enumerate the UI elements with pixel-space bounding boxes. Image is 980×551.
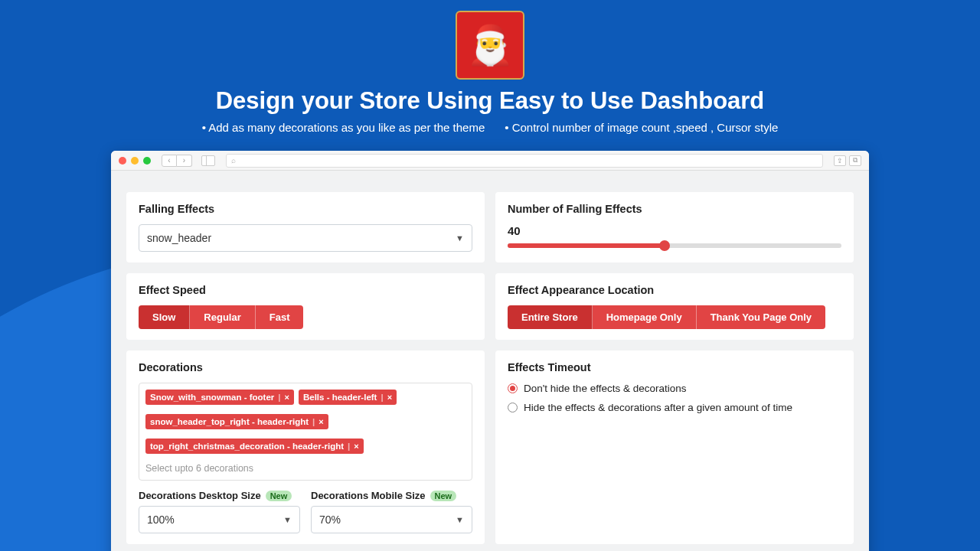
- radio-icon: [508, 383, 518, 393]
- new-badge: New: [266, 491, 292, 501]
- app-logo: 🎅: [456, 11, 524, 80]
- decoration-tag: top_right_christmas_decoration - header-…: [145, 439, 364, 454]
- url-bar[interactable]: ⌕: [226, 154, 823, 168]
- close-icon[interactable]: [119, 157, 126, 165]
- card-title: Decorations: [139, 361, 472, 373]
- minimize-icon[interactable]: [131, 157, 139, 165]
- card-title: Falling Effects: [139, 203, 472, 215]
- share-icon[interactable]: ⇪: [834, 155, 846, 166]
- remove-tag-icon[interactable]: ×: [285, 393, 289, 402]
- card-number-effects: Number of Falling Effects 40: [495, 192, 854, 262]
- decorations-tag-input[interactable]: Snow_with_snowman - footer|× Bells - hea…: [139, 383, 472, 481]
- mobile-size-label: Decorations Mobile Size: [311, 490, 426, 501]
- decoration-tag: Bells - header-left|×: [299, 390, 397, 405]
- mobile-size-select[interactable]: 70%▼: [311, 506, 472, 533]
- card-title: Effects Timeout: [508, 361, 841, 373]
- desktop-size-select[interactable]: 100%▼: [139, 506, 300, 533]
- remove-tag-icon[interactable]: ×: [318, 417, 323, 426]
- effects-count-slider[interactable]: [508, 243, 841, 248]
- hero-bullet: Add as many decorations as you like as p…: [202, 121, 485, 134]
- number-value: 40: [508, 224, 841, 237]
- slider-thumb[interactable]: [659, 240, 670, 251]
- card-effect-location: Effect Appearance Location Entire Store …: [495, 273, 854, 340]
- new-badge: New: [430, 491, 457, 501]
- speed-fast[interactable]: Fast: [256, 305, 304, 329]
- search-icon: ⌕: [231, 156, 236, 165]
- location-thankyou[interactable]: Thank You Page Only: [697, 305, 825, 329]
- tabs-icon[interactable]: ⧉: [849, 155, 861, 166]
- card-effect-speed: Effect Speed Slow Regular Fast: [126, 273, 485, 340]
- hero-bullet: Control number of image count ,speed , C…: [505, 121, 778, 134]
- remove-tag-icon[interactable]: ×: [354, 442, 358, 451]
- sidebar-toggle-icon[interactable]: [201, 155, 215, 166]
- browser-chrome: ‹ › ⌕ ⇪ ⧉: [111, 151, 869, 171]
- falling-effects-select[interactable]: snow_header ▼: [139, 224, 472, 252]
- card-falling-effects: Falling Effects snow_header ▼: [126, 192, 485, 262]
- card-title: Effect Appearance Location: [508, 284, 841, 296]
- remove-tag-icon[interactable]: ×: [387, 393, 392, 402]
- speed-regular[interactable]: Regular: [190, 305, 255, 329]
- tag-placeholder: Select upto 6 decorations: [145, 463, 253, 474]
- chevron-down-icon: ▼: [456, 515, 464, 524]
- chevron-down-icon: ▼: [283, 515, 292, 524]
- card-title: Number of Falling Effects: [508, 203, 841, 215]
- maximize-icon[interactable]: [143, 157, 151, 165]
- timeout-option-dont-hide[interactable]: Don't hide the effects & decorations: [508, 383, 841, 394]
- page-title: Design your Store Using Easy to Use Dash…: [0, 87, 980, 115]
- decoration-tag: snow_header_top_right - header-right|×: [145, 414, 328, 429]
- chevron-down-icon: ▼: [456, 233, 464, 243]
- speed-slow[interactable]: Slow: [139, 305, 190, 329]
- forward-button[interactable]: ›: [177, 155, 192, 167]
- location-homepage[interactable]: Homepage Only: [593, 305, 697, 329]
- timeout-option-hide-after[interactable]: Hide the effects & decorations after a g…: [508, 402, 841, 413]
- card-title: Effect Speed: [139, 284, 472, 296]
- radio-icon: [508, 403, 518, 412]
- card-decorations: Decorations Snow_with_snowman - footer|×…: [126, 350, 485, 544]
- card-effects-timeout: Effects Timeout Don't hide the effects &…: [495, 350, 854, 544]
- decoration-tag: Snow_with_snowman - footer|×: [145, 390, 294, 405]
- browser-window: ‹ › ⌕ ⇪ ⧉ Falling Effects snow_header ▼ …: [111, 151, 869, 551]
- location-entire-store[interactable]: Entire Store: [508, 305, 593, 329]
- desktop-size-label: Decorations Desktop Size: [139, 490, 261, 501]
- back-button[interactable]: ‹: [162, 155, 177, 167]
